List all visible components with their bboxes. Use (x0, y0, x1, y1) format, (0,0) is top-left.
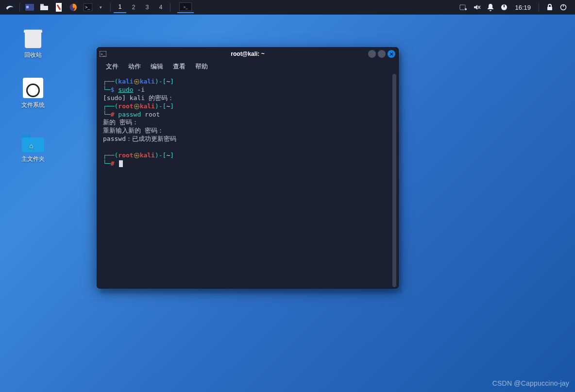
output-line: 新的 密码： (103, 119, 392, 127)
panel-divider (539, 3, 539, 12)
workspace-3[interactable]: 3 (141, 1, 153, 13)
text-editor-icon[interactable] (52, 1, 66, 13)
terminal-scrollbar[interactable] (392, 74, 396, 287)
svg-rect-13 (563, 4, 563, 7)
svg-rect-11 (547, 7, 552, 10)
desktop-filesystem[interactable]: 文件系统 (14, 78, 52, 109)
app-menu-kali-icon[interactable] (3, 1, 17, 13)
desktop-home-label: 主文件夹 (14, 155, 52, 163)
terminal-title: root@kali: ~ (97, 51, 398, 57)
output-line: passwd：已成功更新密码 (103, 135, 392, 143)
terminal-dropdown-icon[interactable]: ▾ (94, 1, 107, 13)
terminal-launcher-icon[interactable]: >_ (81, 1, 95, 13)
terminal-menubar: 文件 动作 编辑 查看 帮助 (97, 60, 398, 73)
svg-rect-10 (504, 5, 505, 7)
desktop-trash-label: 回收站 (14, 51, 52, 59)
svg-rect-1 (26, 6, 29, 8)
taskbar-terminal-thumb-icon: >_ (179, 2, 192, 11)
folder-icon: ⌂ (22, 133, 44, 152)
prompt-line: ┌──(root㉿kali)-[~] (103, 152, 392, 160)
svg-rect-2 (40, 4, 44, 5)
firefox-icon[interactable] (67, 1, 80, 13)
workspace-2[interactable]: 2 (127, 1, 140, 13)
home-glyph-icon: ⌂ (29, 142, 33, 150)
prompt-line: ┌──(kali㉿kali)-[~] (103, 78, 392, 86)
desktop-filesystem-label: 文件系统 (14, 101, 52, 109)
svg-rect-7 (460, 5, 465, 10)
window-controls: ✕ (368, 50, 395, 58)
panel-divider (19, 3, 20, 12)
cursor (119, 160, 123, 167)
desktop-home[interactable]: ⌂ 主文件夹 (14, 133, 52, 163)
workspace-4[interactable]: 4 (154, 1, 167, 13)
prompt-line: ┌──(root㉿kali)-[~] (103, 102, 392, 111)
menu-action[interactable]: 动作 (124, 61, 145, 72)
power-icon[interactable] (499, 2, 509, 12)
panel-right: 16:19 (458, 2, 572, 12)
clock[interactable]: 16:19 (513, 4, 533, 11)
watermark: CSDN @Cappuccino-jay (492, 379, 569, 387)
panel-left: >_ ▾ 1 2 3 4 >_ (3, 1, 194, 13)
svg-point-8 (465, 8, 467, 10)
show-desktop-icon[interactable] (23, 1, 36, 13)
prompt-line: └─$ sudo -i (103, 86, 392, 94)
desktop-trash[interactable]: 回收站 (14, 27, 52, 59)
menu-view[interactable]: 查看 (169, 61, 189, 72)
minimize-button[interactable] (368, 50, 376, 58)
session-icon[interactable] (558, 2, 568, 12)
workspace-1[interactable]: 1 (114, 1, 126, 13)
lock-icon[interactable] (545, 2, 555, 12)
output-line: 重新输入新的 密码： (103, 127, 392, 135)
prompt-line: └─# (103, 160, 392, 168)
blank-line (103, 143, 392, 152)
menu-edit[interactable]: 编辑 (147, 61, 167, 72)
terminal-titlebar[interactable]: >_ root@kali: ~ ✕ (97, 48, 398, 60)
trash-icon (22, 27, 44, 48)
volume-muted-icon[interactable] (472, 2, 482, 12)
close-button[interactable]: ✕ (388, 50, 395, 58)
menu-file[interactable]: 文件 (102, 61, 122, 72)
output-line: [sudo] kali 的密码： (103, 94, 392, 102)
maximize-button[interactable] (378, 50, 386, 58)
taskbar-terminal-button[interactable]: >_ (177, 1, 194, 13)
screen-record-icon[interactable] (458, 2, 468, 12)
terminal-titlebar-icon: >_ (97, 51, 109, 57)
terminal-body[interactable]: ┌──(kali㉿kali)-[~] └─$ sudo -i [sudo] ka… (97, 73, 398, 288)
top-panel: >_ ▾ 1 2 3 4 >_ 16:19 (0, 0, 575, 15)
prompt-line: └─# passwd root (103, 111, 392, 119)
file-manager-icon[interactable] (37, 1, 51, 13)
menu-help[interactable]: 帮助 (191, 61, 212, 72)
svg-text:>_: >_ (101, 52, 105, 56)
svg-text:>_: >_ (85, 5, 90, 10)
filesystem-icon (23, 78, 43, 98)
panel-divider (170, 3, 170, 12)
panel-divider (110, 3, 111, 12)
terminal-window[interactable]: >_ root@kali: ~ ✕ 文件 动作 编辑 查看 帮助 ┌──(kal… (97, 47, 399, 289)
notifications-icon[interactable] (486, 2, 495, 12)
